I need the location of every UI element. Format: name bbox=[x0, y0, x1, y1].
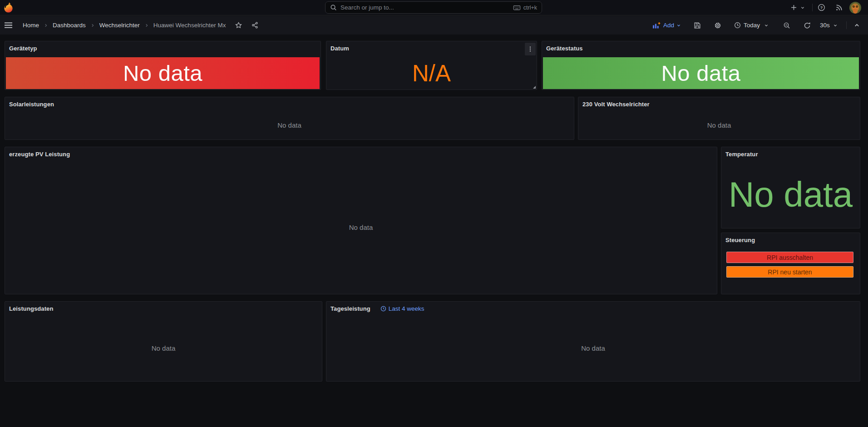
help-icon: ? bbox=[818, 4, 825, 11]
save-dashboard-button[interactable] bbox=[694, 16, 701, 35]
no-data-label: No data bbox=[277, 121, 301, 129]
search-input[interactable]: Search or jump to... ctrl+k bbox=[325, 1, 542, 14]
panel-content: No data bbox=[5, 316, 321, 381]
time-range-picker[interactable]: Today bbox=[734, 16, 769, 35]
no-data-label: No data bbox=[152, 344, 176, 352]
plus-icon bbox=[790, 4, 797, 11]
zoom-out-button[interactable] bbox=[783, 16, 790, 35]
panel-header: Gerätetyp bbox=[5, 41, 321, 55]
panel-header: Tagesleistung Last 4 weeks bbox=[326, 302, 860, 316]
panel-leistungsdaten: Leistungsdaten No data bbox=[5, 301, 322, 382]
stat-value-block: No data bbox=[543, 57, 859, 89]
chevron-down-icon bbox=[764, 23, 769, 28]
chevron-right-icon bbox=[144, 23, 149, 28]
panel-header: Datum bbox=[326, 41, 537, 55]
news-rss-button[interactable] bbox=[835, 0, 843, 15]
gear-icon bbox=[714, 22, 721, 29]
panel-content: No data bbox=[5, 161, 716, 293]
panel-title[interactable]: Tagesleistung bbox=[330, 305, 370, 312]
panel-title[interactable]: Temperatur bbox=[725, 151, 758, 158]
zoom-out-icon bbox=[783, 22, 790, 29]
stat-value: No data bbox=[729, 174, 853, 215]
panel-title[interactable]: Solarleistungen bbox=[9, 101, 54, 108]
clock-icon bbox=[734, 22, 741, 29]
panel-title[interactable]: erzeugte PV Leistung bbox=[9, 151, 70, 158]
panel-header: erzeugte PV Leistung bbox=[5, 147, 717, 161]
dashboard-settings-button[interactable] bbox=[714, 16, 721, 35]
breadcrumb-current: Huawei Wechselrichter Mx bbox=[153, 22, 226, 29]
panel-title[interactable]: Datum bbox=[330, 45, 349, 52]
panel-title[interactable]: Steuerung bbox=[725, 237, 755, 243]
panel-solarleistungen: Solarleistungen No data bbox=[5, 97, 574, 140]
rpi-shutdown-button[interactable]: RPI ausschalten bbox=[726, 252, 853, 263]
toolbar-divider bbox=[846, 16, 847, 35]
stat-value-block: No data bbox=[722, 161, 859, 228]
panel-datum: Datum N/A bbox=[326, 41, 537, 90]
search-placeholder: Search or jump to... bbox=[340, 4, 394, 11]
svg-text:?: ? bbox=[820, 5, 823, 10]
dashboard-toolbar: Home Dashboards Wechselrichter Huawei We… bbox=[0, 16, 868, 35]
chevron-down-icon bbox=[800, 5, 805, 10]
panel-header: Temperatur bbox=[721, 147, 860, 161]
panel-menu-button[interactable] bbox=[525, 43, 536, 55]
save-icon bbox=[694, 22, 701, 29]
rpi-restart-button[interactable]: RPI neu starten bbox=[726, 266, 853, 278]
panel-content: No data bbox=[327, 316, 859, 381]
grafana-dashboard: Search or jump to... ctrl+k bbox=[0, 0, 868, 427]
share-button[interactable] bbox=[249, 22, 261, 29]
refresh-interval-dropdown[interactable]: 30s bbox=[820, 16, 838, 35]
panel-content: No data bbox=[5, 111, 573, 139]
collapse-toolbar-button[interactable] bbox=[853, 16, 860, 35]
chevron-down-icon bbox=[676, 23, 681, 28]
panel-title[interactable]: Gerätestatus bbox=[546, 45, 583, 52]
panel-230v-wechselrichter: 230 Volt Wechselrichter No data bbox=[578, 97, 860, 140]
refresh-button[interactable] bbox=[804, 16, 811, 35]
panel-header: Solarleistungen bbox=[5, 97, 574, 111]
no-data-label: No data bbox=[581, 344, 605, 352]
panel-resize-handle[interactable] bbox=[533, 86, 536, 89]
new-menu-button[interactable] bbox=[790, 0, 805, 15]
top-navbar: Search or jump to... ctrl+k bbox=[0, 0, 868, 15]
stat-value-block: No data bbox=[6, 57, 320, 89]
panel-geraetestatus: Gerätestatus No data bbox=[542, 41, 860, 90]
search-icon bbox=[330, 4, 337, 11]
add-panel-icon bbox=[652, 22, 661, 29]
breadcrumb-dashboards[interactable]: Dashboards bbox=[53, 22, 86, 29]
rss-icon bbox=[835, 4, 843, 11]
panel-geraetetyp: Gerätetyp No data bbox=[5, 41, 321, 90]
chevron-right-icon bbox=[90, 23, 95, 28]
stat-value: No data bbox=[123, 60, 202, 86]
menu-toggle-button[interactable] bbox=[5, 22, 12, 29]
user-avatar[interactable] bbox=[849, 0, 861, 15]
refresh-icon bbox=[804, 22, 811, 29]
breadcrumb-folder[interactable]: Wechselrichter bbox=[99, 22, 140, 29]
clock-icon bbox=[380, 306, 386, 312]
chevron-right-icon bbox=[44, 23, 48, 28]
panel-time-override[interactable]: Last 4 weeks bbox=[380, 305, 424, 312]
breadcrumb: Home Dashboards Wechselrichter Huawei We… bbox=[23, 16, 261, 35]
panel-content: No data bbox=[579, 111, 859, 139]
star-icon bbox=[235, 22, 242, 29]
breadcrumb-home[interactable]: Home bbox=[23, 22, 39, 29]
kebab-icon bbox=[527, 46, 533, 52]
grafana-logo[interactable] bbox=[4, 2, 13, 14]
panel-header: Leistungsdaten bbox=[5, 302, 322, 316]
stat-value: No data bbox=[661, 60, 740, 86]
search-shortcut: ctrl+k bbox=[513, 4, 537, 11]
share-icon bbox=[252, 22, 258, 29]
help-button[interactable]: ? bbox=[818, 0, 825, 15]
favorite-button[interactable] bbox=[232, 22, 245, 29]
panel-title[interactable]: Gerätetyp bbox=[9, 45, 37, 52]
panel-tagesleistung: Tagesleistung Last 4 weeks No data bbox=[326, 301, 860, 382]
panel-header: Steuerung bbox=[721, 233, 860, 247]
add-button[interactable]: Add bbox=[652, 16, 681, 35]
panel-title[interactable]: Leistungsdaten bbox=[9, 305, 53, 312]
panel-title[interactable]: 230 Volt Wechselrichter bbox=[582, 101, 650, 108]
stat-value-block: N/A bbox=[327, 57, 536, 89]
hamburger-icon bbox=[5, 22, 12, 29]
panel-steuerung: Steuerung RPI ausschalten RPI neu starte… bbox=[721, 233, 860, 294]
chevron-up-icon bbox=[853, 22, 860, 29]
panel-header: Gerätestatus bbox=[542, 41, 860, 55]
panel-header: 230 Volt Wechselrichter bbox=[578, 97, 860, 111]
chevron-down-icon bbox=[833, 23, 838, 28]
